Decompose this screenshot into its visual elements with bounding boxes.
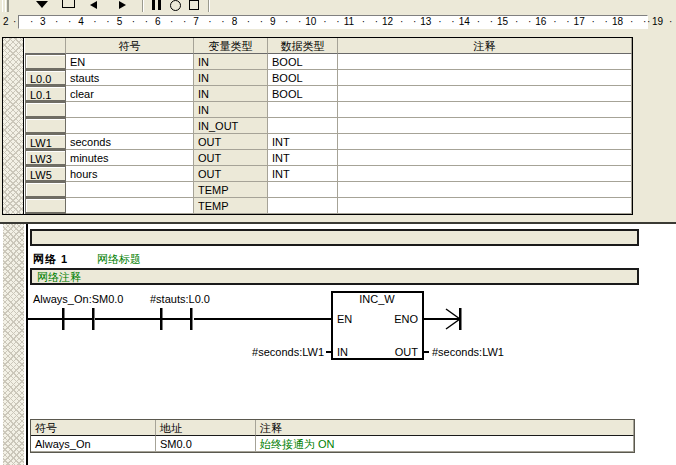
var-row-address[interactable] [25,118,66,134]
var-row-comment[interactable] [338,102,632,118]
var-row-comment[interactable] [338,54,632,70]
var-row-address[interactable] [25,102,66,118]
window-icon[interactable] [62,0,75,8]
var-row-address[interactable]: LW1 [25,134,66,150]
var-row-address[interactable] [25,54,66,70]
var-row-comment[interactable] [338,150,632,166]
var-row-type[interactable]: OUT [194,150,268,166]
var-row-address[interactable]: L0.1 [25,86,66,102]
ruler-tick: · [647,16,650,27]
var-row-comment[interactable] [338,182,632,198]
var-row-symbol[interactable]: clear [66,86,194,102]
var-row-symbol[interactable] [66,182,194,198]
ruler-number: 12 [382,16,393,27]
var-row-symbol[interactable]: stauts [66,70,194,86]
dropdown-arrow-icon[interactable] [36,1,48,8]
var-row-address[interactable]: L0.0 [25,70,66,86]
var-row-type[interactable]: IN [194,54,268,70]
var-row-type[interactable]: OUT [194,134,268,150]
var-row-datatype[interactable]: INT [268,134,338,150]
ruler-tick: · [451,16,454,27]
out-operand[interactable]: #seconds:LW1 [432,346,504,358]
col-header-symbol[interactable]: 符号 [66,38,194,54]
ruler-tick: · [336,16,339,27]
network-separator-box[interactable] [30,229,639,246]
box-title: INC_W [359,293,395,305]
ruler-tick: · [285,16,288,27]
var-row-symbol[interactable] [66,198,194,214]
var-row-address[interactable] [25,198,66,214]
var-row-address[interactable] [25,182,66,198]
forward-icon[interactable] [119,1,126,9]
ruler-tick: · [221,16,224,27]
var-row-datatype[interactable] [268,182,338,198]
var-row-type[interactable]: IN [194,86,268,102]
var-row-comment[interactable] [338,118,632,134]
toolbar-separator [142,0,144,12]
inc-w-box[interactable]: INC_W EN ENO IN OUT [332,292,423,359]
ladder-diagram: Always_On:SM0.0 #stauts:L0.0 [26,290,526,370]
col-header-comment[interactable]: 注释 [338,38,632,54]
var-row-address[interactable]: LW5 [25,166,66,182]
stop-circle-icon[interactable] [170,0,181,11]
var-row-type[interactable]: TEMP [194,182,268,198]
var-row-comment[interactable] [338,198,632,214]
var-row-type[interactable]: IN [194,102,268,118]
network-label: 网络 1 [33,253,68,265]
ruler-tick: · [413,16,416,27]
var-row-symbol[interactable] [66,102,194,118]
ladder-editor: 网络 1 网络标题 网络注释 Always_On:SM0.0 #stauts:L… [0,222,676,465]
var-row-datatype[interactable] [268,118,338,134]
var-row-symbol[interactable]: hours [66,166,194,182]
network-title[interactable]: 网络标题 [97,252,141,266]
pause-icon[interactable] [151,0,163,10]
var-row-type[interactable]: OUT [194,166,268,182]
var-row-datatype[interactable] [268,198,338,214]
var-row-type[interactable]: TEMP [194,198,268,214]
symtable-symbol[interactable]: Always_On [31,436,156,452]
symtable-header-symbol: 符号 [31,420,156,436]
toolbar-gripper[interactable] [2,0,8,12]
pin-eno: ENO [394,313,418,325]
symtable-address[interactable]: SM0.0 [156,436,256,452]
network-comment-box[interactable]: 网络注释 [30,268,639,285]
contact1-operand[interactable]: Always_On:SM0.0 [33,293,123,305]
contact2-operand[interactable]: #stauts:L0.0 [150,293,210,305]
var-row-datatype[interactable]: INT [268,166,338,182]
toolbar-separator [208,0,210,12]
var-row-comment[interactable] [338,70,632,86]
ruler-tick: · [375,16,378,27]
stop-square-icon[interactable] [189,0,199,10]
pin-out: OUT [395,346,419,358]
ruler-tick: · [260,16,263,27]
var-row-symbol[interactable]: seconds [66,134,194,150]
symtable-header-comment: 注释 [256,420,634,436]
var-row-symbol[interactable]: minutes [66,150,194,166]
ruler-tick: · [490,16,493,27]
var-row-comment[interactable] [338,166,632,182]
col-header-var-type[interactable]: 变量类型 [194,38,268,54]
var-row-datatype[interactable]: BOOL [268,54,338,70]
ruler-tick: · [515,16,518,27]
var-row-symbol[interactable] [66,118,194,134]
var-row-datatype[interactable] [268,102,338,118]
var-row-comment[interactable] [338,134,632,150]
var-row-comment[interactable] [338,86,632,102]
var-row-type[interactable]: IN [194,70,268,86]
horizontal-ruler: 2345678910111213141516171819············… [0,14,676,30]
var-row-datatype[interactable]: INT [268,150,338,166]
symtable-comment[interactable]: 始终接通为 ON [256,436,634,452]
in-operand[interactable]: #seconds:LW1 [252,346,324,358]
ruler-tick: · [145,16,148,27]
var-row-datatype[interactable]: BOOL [268,86,338,102]
microwin-window: 2345678910111213141516171819············… [0,0,676,465]
col-header-data-type[interactable]: 数据类型 [268,38,338,54]
back-icon[interactable] [90,1,97,9]
var-row-address[interactable]: LW3 [25,150,66,166]
var-row-datatype[interactable]: BOOL [268,70,338,86]
var-row-symbol[interactable]: EN [66,54,194,70]
ruler-number: 10 [305,16,316,27]
pin-en: EN [337,313,352,325]
ruler-number: 5 [117,16,123,27]
var-row-type[interactable]: IN_OUT [194,118,268,134]
